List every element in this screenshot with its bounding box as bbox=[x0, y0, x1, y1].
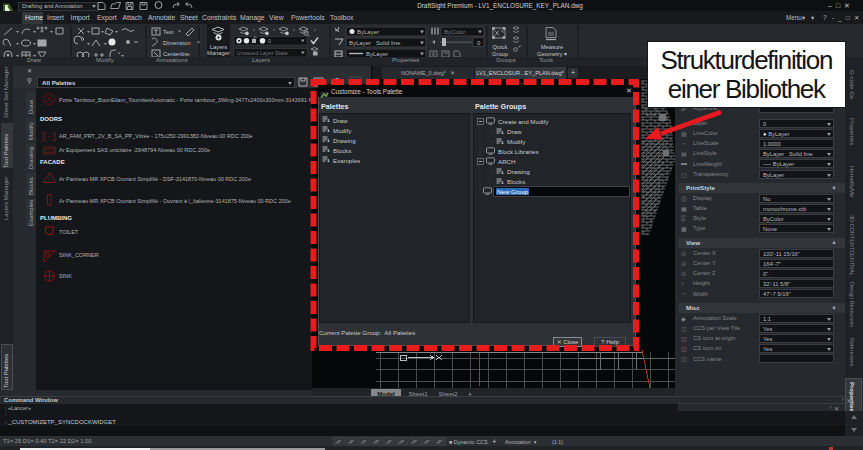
svg-text:Dimension: Dimension bbox=[163, 40, 190, 46]
svg-text:Text: Text bbox=[163, 29, 174, 35]
svg-text:0: 0 bbox=[268, 38, 271, 44]
svg-text:ByLayer Solid line: ByLayer Solid line bbox=[349, 40, 401, 46]
svg-text:Unsaved Layer State: Unsaved Layer State bbox=[237, 50, 288, 56]
svg-text:ByColor: ByColor bbox=[444, 29, 465, 35]
svg-text:Quick: Quick bbox=[493, 44, 508, 50]
svg-text:ByLayer: ByLayer bbox=[357, 29, 379, 35]
svg-text:Measure: Measure bbox=[541, 44, 564, 50]
svg-text:Manager: Manager bbox=[207, 50, 230, 56]
svg-text:Layers: Layers bbox=[210, 44, 228, 50]
